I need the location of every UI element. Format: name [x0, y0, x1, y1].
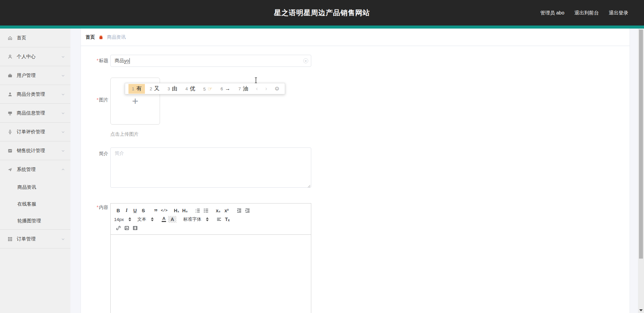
subscript-button[interactable]: x₂ — [214, 207, 222, 215]
member-icon — [7, 92, 13, 97]
superscript-button[interactable]: x² — [222, 207, 231, 215]
goods-icon — [7, 110, 13, 116]
title-input[interactable]: 商品yo ✕ — [110, 55, 311, 67]
accent-bar — [0, 26, 644, 29]
plus-icon: + — [132, 95, 139, 107]
chevron-down-icon — [61, 149, 65, 153]
pointing-hand-icon: ☞ — [208, 86, 212, 92]
blockquote-button[interactable]: ” — [152, 207, 160, 215]
background-color-button[interactable]: A — [168, 216, 176, 223]
text-color-button[interactable]: A — [160, 215, 168, 223]
italic-button[interactable]: I — [122, 207, 131, 215]
intro-label: 简介 — [94, 151, 108, 189]
logout-link[interactable]: 退出登录 — [609, 10, 628, 16]
outdent-button[interactable] — [235, 207, 243, 215]
sidebar-item-order-review-management[interactable]: 订单评价管理 — [0, 123, 70, 141]
vertical-scrollbar — [638, 29, 644, 313]
scrollbar-thumb[interactable] — [639, 30, 643, 259]
title-input-value: 商品 — [115, 58, 124, 64]
sidebar-item-label: 商品信息管理 — [17, 110, 61, 116]
picker-arrows-icon — [128, 217, 131, 221]
scrollbar-down-arrow-icon[interactable] — [639, 309, 643, 311]
header1-button[interactable]: H₁ — [172, 207, 181, 215]
ime-candidate[interactable]: 2又 — [146, 84, 163, 94]
admin-user-label[interactable]: 管理员 abo — [540, 10, 565, 16]
sidebar-item-label: 首页 — [17, 35, 65, 41]
sidebar-item-order-management[interactable]: 订单管理 — [0, 230, 70, 249]
upload-hint: 点击上传图片 — [110, 131, 160, 137]
sidebar-item-goods-management[interactable]: 商品信息管理 — [0, 104, 70, 123]
sidebar-item-label: 商品分类管理 — [17, 91, 61, 97]
sidebar-item-system-management[interactable]: 系统管理 — [0, 160, 70, 179]
required-mark: * — [97, 205, 98, 210]
ordered-list-button[interactable] — [193, 207, 202, 215]
ime-candidate[interactable]: 7油 — [235, 84, 252, 94]
align-button[interactable] — [215, 215, 223, 223]
sidebar-item-user-management[interactable]: 用户管理 — [0, 66, 70, 85]
system-management-submenu: 商品资讯 在线客服 轮播图管理 — [0, 179, 70, 230]
indent-button[interactable] — [243, 207, 252, 215]
content-row: *内容 B I U S ” </> — [94, 203, 630, 313]
sidebar-item-category-management[interactable]: 商品分类管理 — [0, 85, 70, 104]
user-icon — [7, 54, 13, 59]
intro-row: 简介 — [94, 147, 630, 189]
sidebar-item-home[interactable]: 首页 — [0, 29, 70, 47]
intro-textarea[interactable] — [110, 147, 311, 188]
insert-video-button[interactable] — [131, 224, 139, 232]
font-size-picker[interactable]: 14px — [114, 217, 131, 222]
news-form: *标题 商品yo ✕ 1有 2又 3由 4优 5☞ 6→ 7油 ‹ › ☺ *图… — [81, 46, 630, 313]
rich-text-editor: B I U S ” </> H₁ H₂ — [110, 203, 311, 313]
required-mark: * — [97, 58, 98, 63]
sidebar-subitem-online-service[interactable]: 在线客服 — [0, 196, 70, 213]
sidebar-subitem-product-news[interactable]: 商品资讯 — [0, 179, 70, 196]
chevron-down-icon — [61, 74, 65, 78]
breadcrumb-home[interactable]: 首页 — [86, 34, 95, 40]
ime-candidate[interactable]: 4优 — [182, 84, 199, 94]
chevron-down-icon — [61, 111, 65, 115]
ime-candidate[interactable]: 5☞ — [200, 84, 216, 93]
sidebar-item-personal-center[interactable]: 个人中心 — [0, 47, 70, 66]
ime-candidate[interactable]: 3由 — [164, 84, 180, 94]
ime-candidate-bar: 1有 2又 3由 4优 5☞ 6→ 7油 ‹ › ☺ — [125, 83, 285, 94]
exit-to-front-link[interactable]: 退出到前台 — [575, 10, 599, 16]
ime-emoji-icon[interactable]: ☺ — [271, 85, 281, 92]
main-content: 首页 商品资讯 *标题 商品yo ✕ 1有 2又 3由 4优 5☞ 6→ 7油 … — [80, 29, 630, 313]
clean-format-button[interactable]: Tx — [223, 215, 231, 223]
editor-content-area[interactable] — [111, 235, 311, 313]
grid-icon — [7, 236, 13, 242]
bullet-list-button[interactable] — [202, 207, 210, 215]
font-family-picker[interactable]: 标准字体 — [183, 216, 209, 222]
sidebar-subitem-carousel-management[interactable]: 轮播图管理 — [0, 213, 70, 229]
sidebar-item-label: 用户管理 — [17, 73, 61, 79]
title-input-composition: yo — [124, 58, 129, 64]
clear-input-icon[interactable]: ✕ — [303, 58, 308, 63]
insert-image-button[interactable] — [122, 224, 131, 232]
chevron-down-icon — [61, 130, 65, 134]
sidebar-item-sales-statistics[interactable]: 销售统计管理 — [0, 141, 70, 160]
link-button[interactable] — [114, 224, 122, 232]
sidebar-item-label: 个人中心 — [17, 54, 61, 60]
breadcrumb: 首页 商品资讯 — [81, 29, 630, 46]
send-icon — [7, 167, 13, 172]
code-block-button[interactable]: </> — [160, 207, 168, 215]
ime-candidate[interactable]: 1有 — [128, 84, 145, 94]
bold-button[interactable]: B — [114, 207, 122, 215]
ime-next-page-icon[interactable]: › — [262, 85, 270, 92]
ime-candidate[interactable]: 6→ — [217, 84, 234, 93]
strikethrough-button[interactable]: S — [139, 207, 148, 215]
header-links: 管理员 abo 退出到前台 退出登录 — [540, 0, 628, 26]
sidebar-item-label: 订单评价管理 — [17, 129, 61, 135]
app-title: 星之语明星周边产品销售网站 — [274, 8, 370, 17]
mouse-cursor-ibeam — [254, 77, 258, 84]
text-style-picker[interactable]: 文本 — [137, 216, 154, 222]
underline-button[interactable]: U — [131, 207, 139, 215]
required-mark: * — [97, 97, 98, 102]
right-arrow-icon: → — [225, 86, 230, 92]
header2-button[interactable]: H₂ — [181, 207, 189, 215]
sidebar-item-label: 销售统计管理 — [17, 148, 61, 154]
editor-toolbar: B I U S ” </> H₁ H₂ — [111, 204, 311, 235]
image-label: *图片 — [94, 97, 108, 137]
content-label: *内容 — [94, 205, 108, 313]
ime-prev-page-icon[interactable]: ‹ — [253, 85, 261, 92]
resize-handle-icon[interactable] — [308, 185, 311, 188]
